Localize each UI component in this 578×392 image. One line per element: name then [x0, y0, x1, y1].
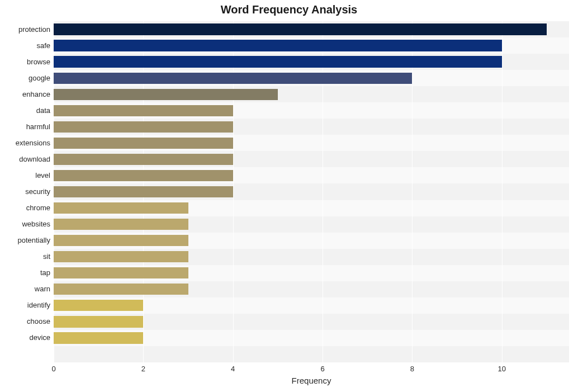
- y-tick-label: security: [0, 187, 50, 196]
- x-axis-label: Frequency: [54, 376, 569, 385]
- bar: [54, 284, 188, 295]
- y-tick-label: tap: [0, 268, 50, 277]
- bar: [54, 332, 143, 343]
- y-tick-label: browse: [0, 58, 50, 66]
- bar: [54, 56, 502, 67]
- y-tick-label: harmful: [0, 122, 50, 131]
- y-tick-label: extensions: [0, 139, 50, 147]
- y-tick-label: download: [0, 155, 50, 163]
- x-tick-label: 0: [51, 365, 55, 373]
- y-tick-label: warn: [0, 285, 50, 293]
- bar: [54, 170, 233, 181]
- bar: [54, 105, 233, 116]
- bar: [54, 202, 188, 214]
- y-tick-label: device: [0, 333, 50, 342]
- gridline: [412, 21, 413, 362]
- bar: [54, 23, 547, 35]
- y-tick-label: data: [0, 106, 50, 115]
- bar: [54, 121, 233, 133]
- bar: [54, 300, 143, 311]
- bar: [54, 186, 233, 197]
- y-tick-label: chrome: [0, 204, 50, 212]
- bar: [54, 235, 188, 246]
- x-tick-label: 4: [231, 365, 235, 373]
- plot-band: [54, 346, 569, 362]
- x-tick-label: 10: [498, 365, 506, 373]
- chart-title: Word Frequency Analysis: [0, 3, 578, 16]
- bar: [54, 316, 143, 327]
- chart-container: Word Frequency Analysis Frequency protec…: [0, 0, 578, 392]
- y-tick-label: choose: [0, 317, 50, 325]
- y-tick-label: google: [0, 74, 50, 82]
- bar: [54, 138, 233, 149]
- y-tick-label: websites: [0, 220, 50, 228]
- y-tick-label: protection: [0, 25, 50, 34]
- y-tick-label: potentially: [0, 236, 50, 244]
- x-tick-label: 2: [141, 365, 145, 373]
- bar: [54, 89, 278, 100]
- y-tick-label: sit: [0, 252, 50, 261]
- y-tick-label: identify: [0, 301, 50, 309]
- bar: [54, 267, 188, 278]
- plot-area: [54, 21, 569, 362]
- y-tick-label: safe: [0, 41, 50, 50]
- x-tick-label: 8: [410, 365, 414, 373]
- bar: [54, 219, 188, 230]
- bar: [54, 40, 502, 51]
- bar: [54, 251, 188, 262]
- y-tick-label: enhance: [0, 90, 50, 98]
- y-tick-label: level: [0, 171, 50, 180]
- bar: [54, 154, 233, 165]
- bar: [54, 73, 412, 84]
- x-tick-label: 6: [320, 365, 324, 373]
- gridline: [502, 21, 503, 362]
